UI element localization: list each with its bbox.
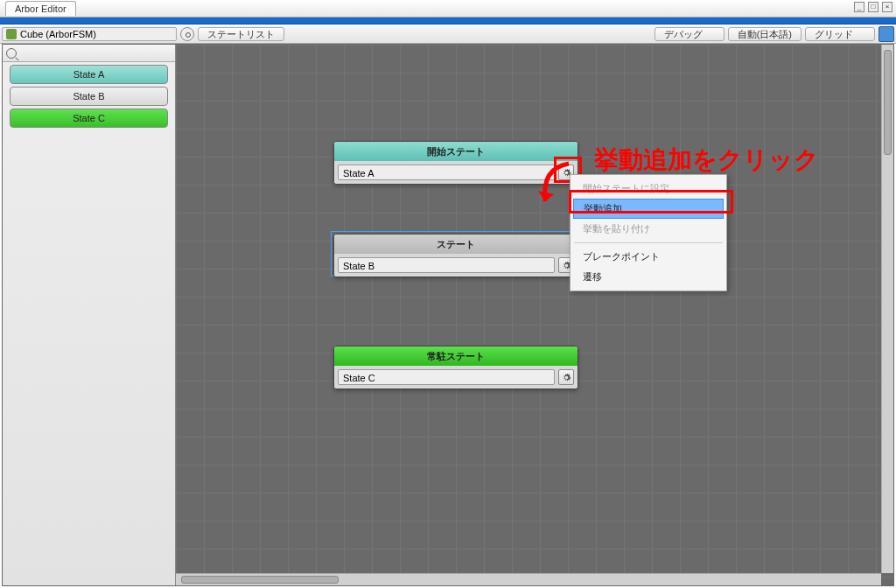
- context-menu: 開始ステートに設定 挙動追加 挙動を貼り付け ブレークポイント 遷移: [570, 174, 727, 291]
- sidebar-item-state-b[interactable]: State B: [10, 87, 168, 106]
- accent-strip: [0, 18, 896, 24]
- sidebar-item-label: State B: [73, 91, 104, 102]
- horizontal-scrollbar[interactable]: [176, 573, 881, 585]
- sidebar: State A State B State C: [3, 45, 176, 585]
- graph-canvas[interactable]: 開始ステート State A ステート State B: [176, 45, 893, 585]
- sidebar-search-bar[interactable]: [3, 45, 175, 62]
- node-header[interactable]: 開始ステート: [334, 142, 578, 161]
- state-node-a[interactable]: 開始ステート State A: [333, 141, 578, 185]
- vertical-scrollbar[interactable]: [881, 45, 893, 573]
- menu-item-breakpoint[interactable]: ブレークポイント: [570, 247, 726, 267]
- node-name-field[interactable]: State B: [338, 257, 555, 273]
- scrollbar-thumb[interactable]: [884, 50, 892, 155]
- debug-dropdown[interactable]: デバッグ: [654, 27, 724, 41]
- node-header-label: 開始ステート: [427, 145, 485, 158]
- toolbar: Cube (ArborFSM) ステートリスト デバッグ 自動(日本語) グリッ…: [0, 24, 896, 44]
- capture-button[interactable]: [878, 26, 894, 42]
- grid-dropdown[interactable]: グリッド: [805, 27, 875, 41]
- node-header[interactable]: 常駐ステート: [334, 346, 578, 366]
- state-list-button[interactable]: ステートリスト: [198, 27, 284, 41]
- sidebar-item-state-c[interactable]: State C: [10, 108, 168, 128]
- sidebar-item-state-a[interactable]: State A: [10, 65, 168, 84]
- target-object-label: Cube (ArborFSM): [20, 29, 96, 39]
- menu-item-transition[interactable]: 遷移: [570, 267, 726, 287]
- menu-item-label: 開始ステートに設定: [583, 183, 669, 193]
- language-dropdown[interactable]: 自動(日本語): [728, 27, 802, 41]
- debug-label: デバッグ: [664, 28, 703, 41]
- state-node-c[interactable]: 常駐ステート State C: [333, 346, 578, 389]
- callout-text: 挙動追加をクリック: [594, 144, 819, 177]
- menu-item-add-behavior[interactable]: 挙動追加: [573, 199, 724, 219]
- menu-item-set-start[interactable]: 開始ステートに設定: [570, 178, 726, 199]
- titlebar: Arbor Editor _ □ ×: [0, 0, 896, 18]
- menu-item-label: 挙動追加: [584, 203, 622, 214]
- menu-separator: [574, 242, 723, 243]
- menu-item-label: ブレークポイント: [583, 251, 660, 262]
- menu-item-paste-behavior[interactable]: 挙動を貼り付け: [570, 219, 726, 239]
- target-object-field[interactable]: Cube (ArborFSM): [2, 27, 177, 41]
- grid-label: グリッド: [815, 28, 853, 41]
- sidebar-item-label: State C: [73, 113, 105, 123]
- menu-item-label: 遷移: [583, 271, 602, 282]
- gear-icon[interactable]: [558, 369, 574, 385]
- node-name-field[interactable]: State C: [338, 369, 555, 385]
- node-header[interactable]: ステート: [334, 234, 578, 254]
- maximize-icon[interactable]: □: [868, 2, 878, 12]
- search-icon: [6, 48, 17, 59]
- sidebar-item-label: State A: [74, 69, 104, 80]
- node-header-label: ステート: [437, 238, 475, 251]
- prefab-icon: [6, 29, 17, 39]
- canvas-grid: [176, 45, 893, 585]
- close-icon[interactable]: ×: [882, 2, 892, 12]
- node-header-label: 常駐ステート: [427, 350, 485, 363]
- object-picker-icon[interactable]: [180, 27, 194, 41]
- state-node-b[interactable]: ステート State B: [333, 234, 578, 277]
- menu-item-label: 挙動を貼り付け: [583, 223, 650, 234]
- window-title: Arbor Editor: [5, 1, 76, 16]
- language-label: 自動(日本語): [738, 28, 792, 41]
- scrollbar-thumb[interactable]: [181, 576, 339, 584]
- state-list-label: ステートリスト: [207, 28, 275, 41]
- node-name-field[interactable]: State A: [338, 164, 555, 180]
- minimize-icon[interactable]: _: [854, 2, 864, 12]
